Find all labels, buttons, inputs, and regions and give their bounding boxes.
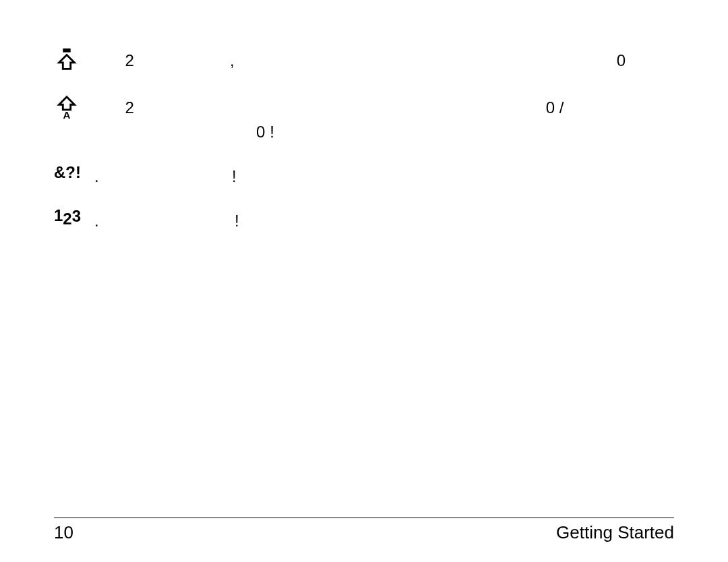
- keyboard-mode-row: &?! . ymbol entry mode!: [54, 163, 674, 189]
- svg-rect-0: [63, 49, 70, 53]
- row-description: . umber entry mode!: [94, 208, 674, 233]
- symbols-icon: &?!: [54, 163, 81, 182]
- chapter-title: Getting Started: [556, 522, 674, 543]
- keyboard-mode-row: 123 . umber entry mode!: [54, 208, 674, 233]
- row-description: Tap 2 times quickly and you can enter a …: [94, 94, 674, 144]
- icon-column: &?!: [54, 163, 94, 182]
- caps-lock-icon: [54, 47, 80, 75]
- icon-column: [54, 47, 94, 75]
- page-content: Tap 2 times quickly, caps lock is set an…: [0, 0, 728, 233]
- page-footer: 10 Getting Started: [54, 518, 674, 543]
- icon-column: A: [54, 94, 94, 123]
- row-description: . ymbol entry mode!: [94, 163, 674, 189]
- numbers-icon: 123: [54, 208, 81, 226]
- keyboard-mode-row: A Tap 2 times quickly and you can enter …: [54, 94, 674, 144]
- icon-column: 123: [54, 208, 94, 226]
- page-number: 10: [54, 522, 73, 543]
- svg-text:A: A: [63, 109, 71, 120]
- keyboard-mode-row: Tap 2 times quickly, caps lock is set an…: [54, 47, 674, 75]
- shift-a-icon: A: [54, 94, 80, 123]
- row-description: Tap 2 times quickly, caps lock is set an…: [94, 47, 674, 73]
